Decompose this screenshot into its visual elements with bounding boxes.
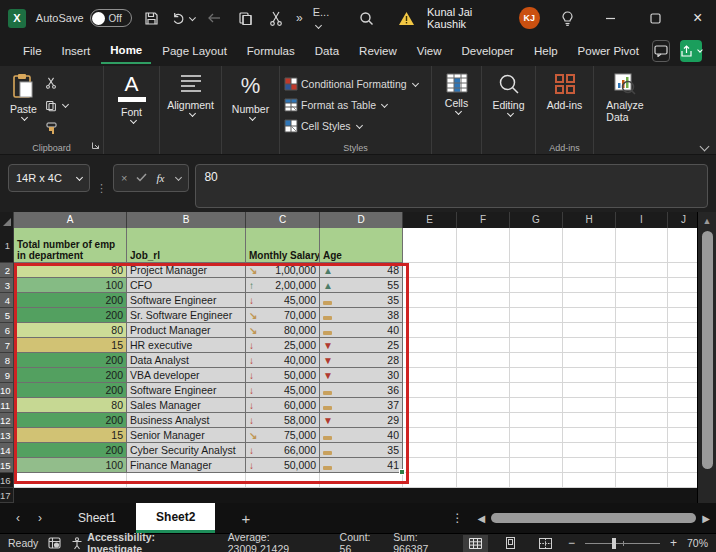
- cell-H3[interactable]: [563, 278, 616, 293]
- conditional-formatting-button[interactable]: Conditional Formatting: [284, 75, 427, 93]
- cell-D14[interactable]: 35: [320, 443, 403, 458]
- cell-G10[interactable]: [510, 383, 563, 398]
- share-button[interactable]: [680, 40, 702, 62]
- cell-A10[interactable]: 200: [14, 383, 127, 398]
- cell-J6[interactable]: [668, 323, 697, 338]
- cell-H12[interactable]: [563, 413, 616, 428]
- cell-A3[interactable]: 100: [14, 278, 127, 293]
- cell-H4[interactable]: [563, 293, 616, 308]
- cell-E1[interactable]: [403, 228, 457, 263]
- macro-record-icon[interactable]: [48, 537, 61, 549]
- cell-C5[interactable]: ↘70,000: [246, 308, 320, 323]
- row-header-4[interactable]: 4: [0, 293, 14, 308]
- cell-B10[interactable]: Software Engineer: [127, 383, 246, 398]
- cell-A8[interactable]: 200: [14, 353, 127, 368]
- cell-G16[interactable]: [510, 473, 563, 488]
- minimize-button[interactable]: [600, 7, 621, 29]
- cell-B17[interactable]: [127, 488, 246, 503]
- cell-E11[interactable]: [403, 398, 457, 413]
- prev-sheet-button[interactable]: ‹: [16, 511, 20, 525]
- cell-B15[interactable]: Finance Manager: [127, 458, 246, 473]
- cells-button[interactable]: Cells: [436, 71, 477, 116]
- cell-F10[interactable]: [457, 383, 510, 398]
- cell-B9[interactable]: VBA developer: [127, 368, 246, 383]
- cell-B13[interactable]: Senior Manager: [127, 428, 246, 443]
- column-header-I[interactable]: I: [616, 212, 668, 228]
- close-button[interactable]: ×: [687, 7, 708, 29]
- cell-H10[interactable]: [563, 383, 616, 398]
- cell-J9[interactable]: [668, 368, 697, 383]
- tab-page-layout[interactable]: Page Layout: [153, 39, 236, 63]
- row-header-14[interactable]: 14: [0, 443, 14, 458]
- cell-J11[interactable]: [668, 398, 697, 413]
- cell-D6[interactable]: 40: [320, 323, 403, 338]
- cell-J2[interactable]: [668, 263, 697, 278]
- cell-I10[interactable]: [616, 383, 668, 398]
- formula-bar-drag-handle[interactable]: ⋮: [96, 182, 107, 195]
- vertical-scrollbar[interactable]: ▲: [697, 212, 716, 503]
- cell-G6[interactable]: [510, 323, 563, 338]
- cell-A6[interactable]: 80: [14, 323, 127, 338]
- cell-E5[interactable]: [403, 308, 457, 323]
- cell-F4[interactable]: [457, 293, 510, 308]
- cell-E9[interactable]: [403, 368, 457, 383]
- zoom-slider-handle[interactable]: [612, 538, 616, 549]
- zoom-slider[interactable]: [585, 543, 660, 544]
- cell-D2[interactable]: ▲48: [320, 263, 403, 278]
- cell-D7[interactable]: ▼25: [320, 338, 403, 353]
- accessibility-status[interactable]: Accessibility: Investigate: [87, 531, 207, 552]
- cell-D10[interactable]: 36: [320, 383, 403, 398]
- paste-button[interactable]: Paste: [4, 71, 43, 140]
- row-header-17[interactable]: 17: [0, 488, 14, 503]
- avatar[interactable]: KJ: [519, 7, 540, 29]
- row-header-9[interactable]: 9: [0, 368, 14, 383]
- cell-C1[interactable]: Monthly Salary: [246, 228, 320, 263]
- row-header-7[interactable]: 7: [0, 338, 14, 353]
- cell-A17[interactable]: [14, 488, 127, 503]
- cell-D13[interactable]: 40: [320, 428, 403, 443]
- row-header-16[interactable]: 16: [0, 473, 14, 488]
- scroll-left-icon[interactable]: ◀: [478, 513, 486, 524]
- editing-button[interactable]: Editing: [486, 71, 531, 118]
- fill-handle[interactable]: [399, 469, 405, 475]
- cell-G2[interactable]: [510, 263, 563, 278]
- cell-D16[interactable]: [320, 473, 403, 488]
- cell-B1[interactable]: Job_rl: [127, 228, 246, 263]
- tab-file[interactable]: File: [14, 39, 51, 63]
- cell-J3[interactable]: [668, 278, 697, 293]
- cell-H16[interactable]: [563, 473, 616, 488]
- cell-H9[interactable]: [563, 368, 616, 383]
- cell-B8[interactable]: Data Analyst: [127, 353, 246, 368]
- cell-C13[interactable]: ↘75,000: [246, 428, 320, 443]
- cell-F17[interactable]: [457, 488, 510, 503]
- more-commands-button[interactable]: »: [296, 11, 303, 25]
- tab-insert[interactable]: Insert: [53, 39, 100, 63]
- tab-developer[interactable]: Developer: [453, 39, 523, 63]
- cell-I5[interactable]: [616, 308, 668, 323]
- cell-C17[interactable]: [246, 488, 320, 503]
- cell-D1[interactable]: Age: [320, 228, 403, 263]
- cell-F2[interactable]: [457, 263, 510, 278]
- cell-H15[interactable]: [563, 458, 616, 473]
- cell-C6[interactable]: ↘80,000: [246, 323, 320, 338]
- cell-D11[interactable]: 37: [320, 398, 403, 413]
- cell-G7[interactable]: [510, 338, 563, 353]
- cell-I1[interactable]: [616, 228, 668, 263]
- search-icon[interactable]: [356, 7, 377, 29]
- cell-E10[interactable]: [403, 383, 457, 398]
- cell-C4[interactable]: ↓45,000: [246, 293, 320, 308]
- cell-H1[interactable]: [563, 228, 616, 263]
- cell-E2[interactable]: [403, 263, 457, 278]
- cell-I16[interactable]: [616, 473, 668, 488]
- cell-F16[interactable]: [457, 473, 510, 488]
- cell-I17[interactable]: [616, 488, 668, 503]
- new-sheet-button[interactable]: +: [215, 503, 276, 533]
- cell-B16[interactable]: [127, 473, 246, 488]
- cell-G12[interactable]: [510, 413, 563, 428]
- zoom-out-button[interactable]: −: [568, 536, 575, 550]
- cell-G5[interactable]: [510, 308, 563, 323]
- cell-I8[interactable]: [616, 353, 668, 368]
- tab-power-pivot[interactable]: Power Pivot: [569, 39, 648, 63]
- cell-I13[interactable]: [616, 428, 668, 443]
- row-header-6[interactable]: 6: [0, 323, 14, 338]
